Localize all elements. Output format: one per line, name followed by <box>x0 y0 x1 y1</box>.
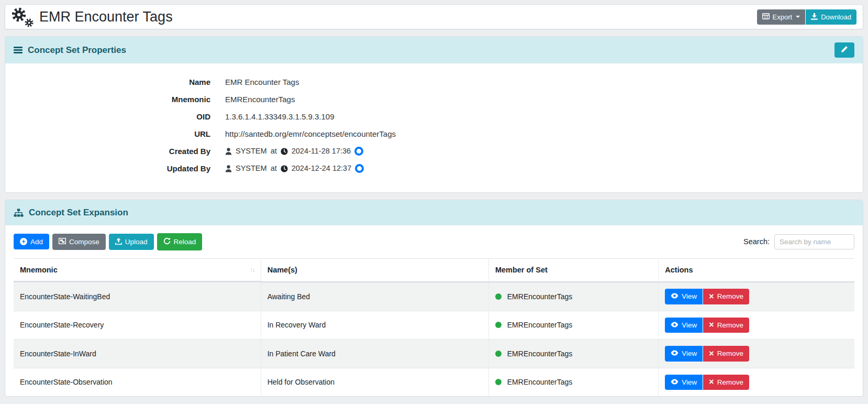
properties-body: Name EMR Encounter Tags Mnemonic EMREnco… <box>5 63 863 192</box>
provenance-value: SYSTEM at 2024-12-24 12:37 <box>225 163 364 174</box>
reload-button[interactable]: Reload <box>157 233 203 250</box>
x-icon: × <box>709 379 714 385</box>
circle-dot-icon[interactable] <box>354 147 363 156</box>
remove-label: Remove <box>717 322 743 329</box>
cell-member-of-set: EMREncounterTags <box>488 282 658 311</box>
cell-names: In Patient Care Ward <box>261 340 488 368</box>
member-set-name: EMREncounterTags <box>507 321 573 329</box>
provenance-timestamp: 2024-12-24 12:37 <box>292 163 352 174</box>
column-header-mnemonic[interactable]: Mnemonic ↑↓ <box>14 259 261 282</box>
remove-button[interactable]: × Remove <box>703 375 749 390</box>
field-label: Mnemonic <box>16 94 210 105</box>
property-row-updated-by: Updated By SYSTEM at <box>16 163 852 174</box>
green-status-dot-icon <box>495 351 502 357</box>
view-button[interactable]: View <box>665 346 703 362</box>
table-icon <box>762 13 770 20</box>
export-button[interactable]: Export <box>757 9 806 25</box>
property-row-oid: OID 1.3.6.1.4.1.33349.3.1.5.9.3.109 <box>16 111 852 122</box>
sitemap-icon <box>14 209 24 217</box>
eye-icon <box>671 293 678 300</box>
export-label: Export <box>773 14 793 20</box>
provenance-preposition: at <box>271 163 277 174</box>
green-status-dot-icon <box>495 293 502 300</box>
member-set-name: EMREncounterTags <box>507 350 573 358</box>
concept-name: Held for Observation <box>268 378 335 386</box>
table-row: EncounterState-Recovery In Recovery Ward… <box>14 311 854 340</box>
compose-label: Compose <box>69 238 99 246</box>
field-label: Updated By <box>16 163 210 174</box>
table-header-row: Mnemonic ↑↓ Name(s) Member of Set Action… <box>14 258 854 282</box>
cell-mnemonic: EncounterState-InWard <box>14 340 261 368</box>
download-button[interactable]: Download <box>806 9 856 25</box>
concept-mnemonic: EncounterState-InWard <box>20 350 96 358</box>
field-value: EMR Encounter Tags <box>225 77 299 88</box>
pencil-icon <box>841 46 848 54</box>
concept-name: In Recovery Ward <box>268 321 326 329</box>
compose-button[interactable]: Compose <box>52 234 106 250</box>
circle-dot-icon[interactable] <box>355 164 364 173</box>
concept-name: In Patient Care Ward <box>268 350 336 358</box>
view-label: View <box>682 293 697 300</box>
clock-icon <box>281 148 288 155</box>
view-label: View <box>682 322 697 329</box>
column-header-member-of-set: Member of Set <box>488 258 658 282</box>
concept-set-expansion-panel: Concept Set Expansion + Add Comp <box>5 200 863 397</box>
object-group-icon <box>59 238 66 246</box>
provenance-timestamp: 2024-11-28 17:36 <box>292 146 351 157</box>
edit-button[interactable] <box>834 42 854 58</box>
properties-panel-header: Concept Set Properties <box>5 37 863 63</box>
column-header-label: Actions <box>665 266 693 274</box>
expansion-panel-title: Concept Set Expansion <box>29 208 128 218</box>
expansion-panel-header: Concept Set Expansion <box>5 200 863 225</box>
field-label: Created By <box>16 146 210 157</box>
row-action-group: View × Remove <box>665 318 749 333</box>
field-label: Name <box>16 77 210 88</box>
view-button[interactable]: View <box>665 375 703 390</box>
member-set-name: EMREncounterTags <box>507 292 573 301</box>
user-icon <box>225 165 232 172</box>
add-button[interactable]: + Add <box>14 234 49 249</box>
concept-set-properties-panel: Concept Set Properties Name EMR Encounte… <box>5 36 863 193</box>
column-header-label: Mnemonic <box>20 266 58 274</box>
provenance-user: SYSTEM <box>236 146 267 157</box>
property-row-created-by: Created By SYSTEM at <box>16 146 852 157</box>
expansion-table: Mnemonic ↑↓ Name(s) Member of Set Action… <box>14 258 854 397</box>
page-header: EMR Encounter Tags Export <box>5 4 863 29</box>
concept-mnemonic: EncounterState-Recovery <box>20 321 104 329</box>
remove-button[interactable]: × Remove <box>703 289 749 304</box>
cell-member-of-set: EMREncounterTags <box>488 311 658 340</box>
clock-icon <box>281 165 288 172</box>
row-action-group: View × Remove <box>665 346 749 362</box>
view-button[interactable]: View <box>665 289 703 304</box>
view-label: View <box>682 379 697 386</box>
upload-button[interactable]: Upload <box>109 234 154 250</box>
x-icon: × <box>709 351 714 356</box>
search-input[interactable] <box>774 234 854 249</box>
property-row-name: Name EMR Encounter Tags <box>16 77 852 88</box>
column-header-names: Name(s) <box>261 258 488 282</box>
green-status-dot-icon <box>495 379 502 385</box>
table-search: Search: <box>743 234 854 249</box>
user-icon <box>225 148 232 155</box>
field-value: 1.3.6.1.4.1.33349.3.1.5.9.3.109 <box>225 111 335 122</box>
remove-button[interactable]: × Remove <box>703 318 749 333</box>
cell-actions: View × Remove <box>659 340 854 368</box>
download-icon <box>811 13 818 21</box>
view-button[interactable]: View <box>665 318 703 333</box>
row-action-group: View × Remove <box>665 289 749 304</box>
remove-button[interactable]: × Remove <box>703 346 749 362</box>
column-header-label: Name(s) <box>268 266 297 274</box>
provenance-value: SYSTEM at 2024-11-28 17:36 <box>225 146 363 157</box>
green-status-dot-icon <box>495 322 502 328</box>
page: EMR Encounter Tags Export <box>0 0 868 404</box>
concept-mnemonic: EncounterState-WaitingBed <box>20 292 110 301</box>
table-row: EncounterState-Observation Held for Obse… <box>14 368 854 396</box>
cell-actions: View × Remove <box>659 311 854 340</box>
x-icon: × <box>709 294 714 299</box>
cell-actions: View × Remove <box>659 282 854 311</box>
provenance-preposition: at <box>271 146 277 157</box>
expansion-body: + Add Compose <box>5 225 863 396</box>
field-label: URL <box>16 128 210 139</box>
cell-mnemonic: EncounterState-Observation <box>14 368 261 396</box>
sync-icon <box>163 237 171 246</box>
